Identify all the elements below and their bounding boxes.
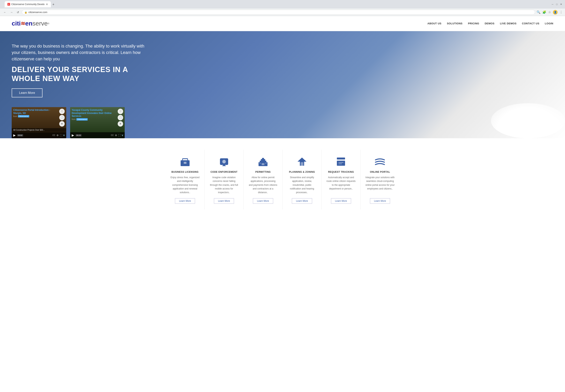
video-2-play-button[interactable]: ▶ <box>72 133 74 137</box>
service-card-permitting: PERMITTING Allow for online permit appli… <box>244 150 283 210</box>
address-bar: ← → ↺ 🔒 citizenserve.com 🔍 🧩 ☆ 👤 ⋮ <box>0 9 565 16</box>
svg-point-7 <box>224 161 224 162</box>
video-1-cc-icon[interactable]: CC <box>52 134 55 136</box>
hero-headline: DELIVER YOUR SERVICES IN A WHOLE NEW WAY <box>12 65 148 83</box>
nav-about-us[interactable]: ABOUT US <box>427 22 441 25</box>
extensions-icon[interactable]: 🧩 <box>542 10 546 14</box>
nav-login[interactable]: LOGIN <box>545 22 553 25</box>
site-nav: ABOUT US SOLUTIONS PRICING DEMOS LIVE DE… <box>427 22 553 25</box>
svg-rect-3 <box>184 162 187 164</box>
svg-rect-2 <box>183 159 188 160</box>
video-2-heart-icon[interactable]: ♡ <box>118 109 123 114</box>
service-card-planning-zoning: PLANNING & ZONING Streamline and simplif… <box>283 150 322 210</box>
video-2-vimeo-icon[interactable]: V <box>122 134 123 137</box>
video-1-fullscreen-icon[interactable]: ⛶ <box>60 134 62 137</box>
hero-learn-more-button[interactable]: Learn More <box>12 88 43 97</box>
video-2-from-badge: Citizenserve <box>76 118 88 121</box>
menu-icon[interactable]: ⋮ <box>560 10 563 14</box>
profile-button[interactable]: 👤 <box>553 10 558 14</box>
video-2-from: from Citizenserve <box>72 118 116 121</box>
refresh-button[interactable]: ↺ <box>15 10 20 14</box>
website: citi≋enserve® ABOUT US SOLUTIONS PRICING… <box>0 16 565 217</box>
svg-rect-14 <box>262 163 264 165</box>
service-card-request-tracking: REQUEST TRACKING Automatically accept an… <box>322 150 361 210</box>
nav-pricing[interactable]: PRICING <box>468 22 479 25</box>
svg-rect-9 <box>222 166 226 166</box>
video-2-fullscreen-icon[interactable]: ⛶ <box>118 134 121 137</box>
service-desc-permitting: Allow for online permit applications, pr… <box>248 176 278 194</box>
site-logo: citi≋enserve® <box>12 20 49 27</box>
video-2-cc-icon[interactable]: CC <box>111 134 114 136</box>
service-title-code-enforcement: CODE ENFORCEMENT <box>210 171 237 173</box>
service-title-request-tracking: REQUEST TRACKING <box>328 171 354 173</box>
search-icon[interactable]: 🔍 <box>536 10 540 14</box>
learn-more-button-code-enforcement[interactable]: Learn More <box>214 198 234 204</box>
address-field[interactable]: 🔒 citizenserve.com <box>22 10 535 14</box>
close-button[interactable]: ✕ <box>560 3 563 6</box>
new-tab-button[interactable]: + <box>51 2 56 7</box>
nav-live-demos[interactable]: LIVE DEMOS <box>500 22 517 25</box>
video-2-settings-icon[interactable]: ⚙ <box>115 134 117 137</box>
video-2-duration: 05:23 <box>76 134 82 137</box>
browser-titlebar: C Citizenserve Community Develo ✕ + ─ □ … <box>0 0 565 9</box>
tab-close-button[interactable]: ✕ <box>46 3 48 6</box>
nav-contact-us[interactable]: CONTACT US <box>522 22 539 25</box>
forward-button[interactable]: → <box>9 10 14 14</box>
video-1-clock-icon[interactable]: 🕐 <box>59 115 65 120</box>
service-title-planning-zoning: PLANNING & ZONING <box>289 171 315 173</box>
services-grid: BUSINESS LICENSING Enjoy stress free, or… <box>166 150 399 210</box>
svg-rect-22 <box>338 164 342 164</box>
video-thumb-2[interactable]: Yavapai County Community Development Inn… <box>70 107 125 138</box>
video-2-clock-icon[interactable]: 🕐 <box>118 115 123 120</box>
video-thumb-1[interactable]: Citizenserve Portal Introduction - Sturg… <box>12 107 66 138</box>
svg-rect-16 <box>265 163 267 164</box>
learn-more-button-permitting[interactable]: Learn More <box>253 198 273 204</box>
video-2-side-icons: ♡ 🕐 ✈ <box>118 109 123 126</box>
video-2-share-icon[interactable]: ✈ <box>118 121 123 126</box>
service-title-permitting: PERMITTING <box>255 171 271 173</box>
svg-rect-21 <box>338 162 344 163</box>
toolbar-icons: 🔍 🧩 ☆ 👤 ⋮ <box>536 10 563 14</box>
service-desc-online-portal: Integrate your solutions with seamless c… <box>365 176 395 194</box>
video-1-share-icon[interactable]: ✈ <box>59 121 65 126</box>
video-1-title-area: Citizenserve Portal Introduction - Sturg… <box>13 109 58 117</box>
learn-more-button-planning-zoning[interactable]: Learn More <box>292 198 312 204</box>
nav-demos[interactable]: DEMOS <box>485 22 494 25</box>
svg-rect-15 <box>259 163 261 164</box>
logo-trademark: ® <box>48 22 49 25</box>
logo-citizen: citi <box>12 20 21 27</box>
service-desc-planning-zoning: Streamline and simplify application, rev… <box>287 176 317 194</box>
service-title-online-portal: ONLINE PORTAL <box>370 171 390 173</box>
hero-videos: Citizenserve Portal Introduction - Sturg… <box>12 107 553 138</box>
video-1-vimeo-icon[interactable]: V <box>63 134 65 137</box>
video-2-title-area: Yavapai County Community Development Inn… <box>72 109 116 121</box>
maximize-button[interactable]: □ <box>555 3 558 6</box>
video-1-heart-icon[interactable]: ♡ <box>59 109 65 114</box>
code-enforcement-icon <box>217 156 231 168</box>
site-header: citi≋enserve® ABOUT US SOLUTIONS PRICING… <box>0 16 565 31</box>
video-1-from: from Citizenserve <box>13 115 58 117</box>
back-button[interactable]: ← <box>2 10 7 14</box>
lock-icon: 🔒 <box>24 11 27 14</box>
service-desc-business-licensing: Enjoy stress free, organized and intelli… <box>170 176 200 194</box>
svg-rect-19 <box>337 157 345 159</box>
svg-rect-13 <box>262 158 264 159</box>
service-desc-code-enforcement: Imagine code violation concerns never fa… <box>209 176 239 194</box>
service-card-code-enforcement: CODE ENFORCEMENT Imagine code violation … <box>204 150 244 210</box>
learn-more-button-online-portal[interactable]: Learn More <box>370 198 390 204</box>
learn-more-button-request-tracking[interactable]: Learn More <box>331 198 351 204</box>
services-section: BUSINESS LICENSING Enjoy stress free, or… <box>0 138 565 217</box>
service-title-business-licensing: BUSINESS LICENSING <box>172 171 199 173</box>
hero-content: The way you do business is changing. The… <box>12 43 148 103</box>
hero-section: The way you do business is changing. The… <box>0 31 565 138</box>
learn-more-button-business-licensing[interactable]: Learn More <box>175 198 195 204</box>
video-1-bottom-bar: ▶ 03:02 CC ⚙ ⛶ V <box>12 132 66 138</box>
bookmark-icon[interactable]: ☆ <box>548 10 551 14</box>
browser-tab-active[interactable]: C Citizenserve Community Develo ✕ <box>5 1 51 7</box>
video-1-settings-icon[interactable]: ⚙ <box>57 134 59 137</box>
minimize-button[interactable]: ─ <box>551 3 554 6</box>
video-1-play-button[interactable]: ▶ <box>13 133 15 137</box>
nav-solutions[interactable]: SOLUTIONS <box>447 22 463 25</box>
browser-chrome: C Citizenserve Community Develo ✕ + ─ □ … <box>0 0 565 16</box>
video-1-subtitle: All Construction Projects Over $30... <box>12 128 66 132</box>
